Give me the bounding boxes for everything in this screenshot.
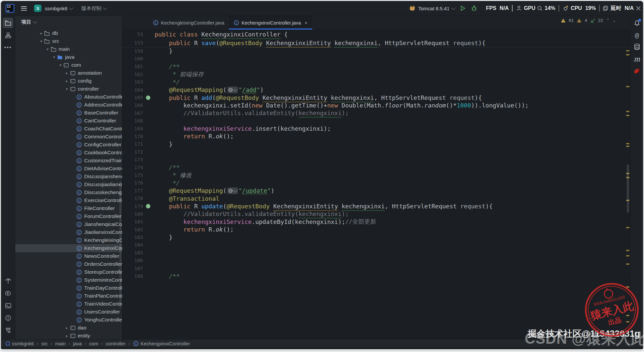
- code-line-174[interactable]: 174 /**: [122, 164, 630, 171]
- tree-item-JiaolianxinxiController[interactable]: CJiaolianxinxiController: [15, 228, 122, 236]
- chevron-right-icon[interactable]: ▸: [64, 79, 70, 83]
- code-line-185[interactable]: 185: [122, 249, 630, 256]
- code-line-173[interactable]: 173: [122, 156, 630, 163]
- tree-item-CustomizedTrainPlanController[interactable]: CCustomizedTrainPlanController: [15, 157, 122, 165]
- code-line-172[interactable]: 172: [122, 148, 630, 156]
- breadcrumb-item-src[interactable]: src: [41, 341, 47, 346]
- code-line-176[interactable]: 176 */: [122, 179, 630, 187]
- code-line-170[interactable]: 170 return R.ok();: [122, 132, 630, 140]
- run-button[interactable]: [460, 5, 466, 12]
- code-line-167[interactable]: 167 //ValidatorUtils.validateEntity(kech…: [122, 109, 630, 117]
- tree-item-AddressController[interactable]: CAddressController: [15, 101, 122, 109]
- project-tool-window-button[interactable]: [3, 18, 13, 28]
- tree-item-SystemintroController[interactable]: CSystemintroController: [15, 276, 122, 284]
- tree-item-YonghuController[interactable]: CYonghuController: [15, 316, 122, 324]
- code-line-159[interactable]: 159 }: [122, 47, 630, 55]
- tree-item-NewsController[interactable]: CNewsController: [15, 252, 122, 260]
- next-problem-button[interactable]: ⌄: [612, 18, 616, 23]
- tree-item-CookbookController[interactable]: CCookbookController: [15, 149, 122, 157]
- tree-item-dao[interactable]: ▸dao: [15, 324, 122, 332]
- tree-item-KechengleixingController[interactable]: CKechengleixingController: [15, 236, 122, 244]
- tree-item-config[interactable]: ▸config: [15, 77, 122, 85]
- tree-item-OrdersController[interactable]: COrdersController: [15, 260, 122, 268]
- tree-item-StoreupController[interactable]: CStoreupController: [15, 268, 122, 276]
- warning-stripe-mark[interactable]: [626, 227, 629, 228]
- code-line-181[interactable]: 181 kechengxinxiService.updateById(keche…: [122, 218, 630, 226]
- project-selector[interactable]: ssmbgnk6: [45, 6, 73, 11]
- code-line-179[interactable]: 179 public R update(@RequestBody Kecheng…: [122, 202, 630, 210]
- tree-item-ConfigController[interactable]: CConfigController: [15, 141, 122, 149]
- close-icon[interactable]: ×: [305, 20, 308, 26]
- vcs-selector[interactable]: 版本控制: [81, 5, 107, 12]
- project-panel-header[interactable]: 项目: [15, 16, 122, 28]
- code-line-178[interactable]: 178 @Transactional: [122, 194, 630, 202]
- warning-stripe-mark[interactable]: [626, 255, 629, 256]
- chevron-down-icon[interactable]: ▾: [45, 47, 51, 51]
- code-line-171[interactable]: 171 }: [122, 140, 630, 148]
- tree-item-java[interactable]: ▾java: [15, 53, 122, 61]
- tree-item-db[interactable]: ▸db: [15, 29, 122, 37]
- tree-item-AboutusController[interactable]: CAboutusController: [15, 93, 122, 101]
- code-line-175[interactable]: 175 * 修改: [122, 171, 630, 179]
- breadcrumb-item-main[interactable]: main: [55, 341, 65, 346]
- code-line-177[interactable]: 177 @RequestMapping("/update"): [122, 187, 630, 194]
- commit-tool-window-button[interactable]: [3, 325, 13, 335]
- tree-item-KechengxinxiController[interactable]: CKechengxinxiController: [15, 244, 122, 252]
- problems-tool-window-button[interactable]: [3, 313, 13, 323]
- code-line-168[interactable]: 168: [122, 117, 630, 125]
- code-line-161[interactable]: 161 /**: [122, 63, 630, 70]
- code-line-162[interactable]: 162 * 前端保存: [122, 70, 630, 78]
- tree-item-JianshenqicaiController[interactable]: CJianshenqicaiController: [15, 220, 122, 228]
- breadcrumb-item-KechengxinxiController[interactable]: CKechengxinxiController: [133, 341, 190, 346]
- chevron-right-icon[interactable]: ▸: [64, 71, 70, 75]
- project-scrollbar[interactable]: [119, 182, 121, 308]
- database-icon[interactable]: [633, 43, 641, 51]
- tree-item-TrainDayController[interactable]: CTrainDayController: [15, 284, 122, 292]
- tree-item-DiscusskechengxinxiController[interactable]: CDiscusskechengxinxiController: [15, 188, 122, 196]
- url-mapping-globe-icon[interactable]: [227, 87, 238, 93]
- inspections-widget[interactable]: 61 4 22 ⌃ ⌄: [561, 18, 616, 23]
- endpoint-gutter-icon[interactable]: [146, 204, 155, 209]
- code-line-182[interactable]: 182 return R.ok();: [122, 226, 630, 233]
- tree-item-controller[interactable]: ▾controller: [15, 85, 122, 93]
- plugin-icon[interactable]: [633, 67, 641, 75]
- warning-stripe-mark[interactable]: [626, 54, 629, 55]
- endpoint-gutter-icon[interactable]: [146, 95, 155, 100]
- code-line-163[interactable]: 163 */: [122, 78, 630, 86]
- tree-item-ExerciseController[interactable]: CExerciseController: [15, 196, 122, 204]
- warning-stripe-mark[interactable]: [626, 143, 629, 144]
- main-menu-icon[interactable]: [21, 6, 27, 11]
- warning-stripe-mark[interactable]: [626, 263, 629, 265]
- chevron-down-icon[interactable]: ▾: [38, 39, 44, 43]
- breadcrumb-item-java[interactable]: java: [73, 341, 82, 346]
- tree-item-DiscussjiaolianxinxiController[interactable]: CDiscussjiaolianxinxiController: [15, 180, 122, 188]
- warning-stripe-mark[interactable]: [626, 50, 629, 51]
- terminal-tool-window-button[interactable]: [3, 300, 13, 311]
- code-line-165[interactable]: 165 public R add(@RequestBody Kechengxin…: [122, 94, 630, 101]
- chevron-right-icon[interactable]: ▸: [64, 334, 70, 338]
- code-area[interactable]: 159 }160161 /**162 * 前端保存163 */164 @Requ…: [122, 47, 630, 339]
- breadcrumb-item-com[interactable]: com: [89, 341, 98, 346]
- code-line-153[interactable]: 153 public R save(@RequestBody Kechengxi…: [122, 38, 630, 47]
- warning-stripe-mark[interactable]: [626, 111, 629, 112]
- tree-item-DietAdviseController[interactable]: CDietAdviseController: [15, 165, 122, 173]
- code-line-187[interactable]: 187: [122, 264, 630, 272]
- notifications-icon[interactable]: [633, 19, 641, 28]
- tree-item-CommonController[interactable]: CCommonController: [15, 133, 122, 141]
- tree-item-com[interactable]: ▾com: [15, 61, 122, 69]
- intellij-logo-icon[interactable]: IJ: [6, 4, 14, 13]
- breadcrumb-item-ssmbgnk6[interactable]: ssmbgnk6: [6, 341, 34, 346]
- code-line-160[interactable]: 160: [122, 55, 630, 62]
- chevron-right-icon[interactable]: ▸: [64, 326, 70, 330]
- structure-tool-window-button[interactable]: [3, 30, 13, 40]
- tree-item-entity[interactable]: ▸entity: [15, 332, 122, 339]
- tree-item-CartController[interactable]: CCartController: [15, 117, 122, 125]
- tree-item-src[interactable]: ▾src: [15, 37, 122, 45]
- tree-item-annotation[interactable]: ▸annotation: [15, 69, 122, 77]
- build-tool-window-button[interactable]: [3, 276, 13, 286]
- tree-item-BaseController[interactable]: CBaseController: [15, 109, 122, 117]
- code-line-180[interactable]: 180 //ValidatorUtils.validateEntity(kech…: [122, 210, 630, 218]
- services-tool-window-button[interactable]: [3, 288, 13, 299]
- editor-tab-KechengleixingController.java[interactable]: CKechengleixingController.java: [148, 16, 229, 30]
- code-line-183[interactable]: 183 }: [122, 233, 630, 241]
